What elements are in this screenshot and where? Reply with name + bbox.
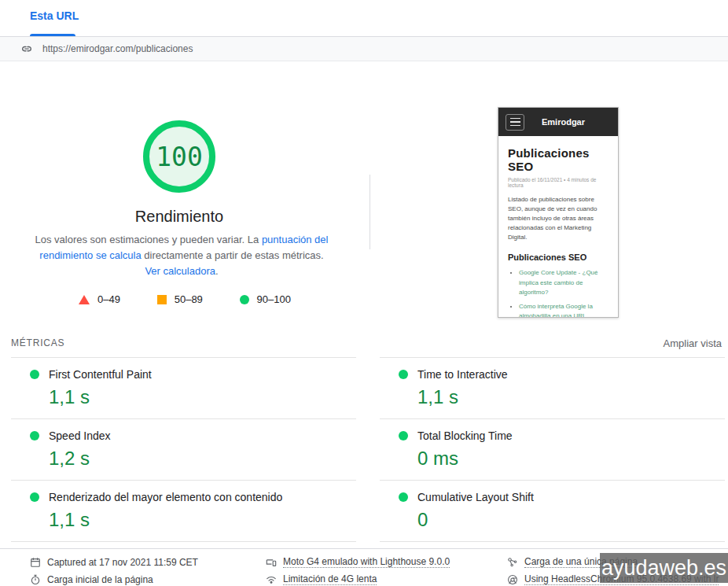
link-icon: [20, 42, 33, 55]
hamburger-menu-icon: [506, 114, 524, 131]
legend-pass: 90–100: [240, 293, 291, 305]
legend-fail: 0–49: [79, 293, 120, 305]
performance-gauge[interactable]: 100: [143, 120, 215, 193]
metric-first-contentful-paint: First Contentful Paint 1,1 s: [11, 357, 356, 419]
legend-fail-label: 0–49: [97, 293, 120, 305]
metric-value: 1,1 s: [49, 509, 356, 531]
pass-dot-icon: [30, 370, 39, 379]
stopwatch-icon: [30, 574, 41, 585]
legend-average: 50–89: [157, 293, 203, 305]
metric-label: Renderizado del mayor elemento con conte…: [49, 491, 282, 503]
desc-text-1: Los valores son estimaciones y pueden va…: [35, 234, 262, 245]
metric-label: Time to Interactive: [417, 368, 508, 381]
preview-intro-paragraph: Listado de publicaciones sobre SEO, aunq…: [508, 195, 609, 242]
metric-label: Total Blocking Time: [417, 429, 513, 442]
pass-dot-icon: [30, 431, 39, 440]
pass-circle-icon: [240, 295, 249, 304]
metric-value: 1,1 s: [417, 386, 725, 408]
metrics-grid: First Contentful Paint 1,1 s Speed Index…: [11, 357, 725, 542]
calendar-icon: [30, 557, 41, 568]
tab-esta-url[interactable]: Esta URL: [30, 9, 79, 22]
metric-label: First Contentful Paint: [49, 368, 152, 381]
metric-cumulative-layout-shift: Cumulative Layout Shift 0: [380, 481, 725, 542]
average-square-icon: [157, 295, 167, 304]
list-item: Cómo interpreta Google la almohadilla en…: [519, 302, 609, 319]
preview-site-title: Emirodgar: [542, 117, 585, 127]
url-bar: https://emirodgar.com/publicaciones: [0, 37, 728, 61]
summary-section: 100 Rendimiento Los valores son estimaci…: [0, 61, 728, 334]
devices-icon: [266, 557, 277, 568]
metrics-header: MÉTRICAS Ampliar vista: [0, 334, 728, 357]
tab-bar: Esta URL: [0, 0, 728, 37]
vertical-divider: [370, 175, 370, 249]
calculator-link[interactable]: Ver calculadora: [145, 265, 215, 277]
pass-dot-icon: [399, 492, 408, 502]
preview-link-list: Google Core Update - ¿Qué implica este c…: [519, 268, 609, 318]
metric-total-blocking-time: Total Blocking Time 0 ms: [380, 419, 725, 481]
watermark: ayudaweb.es: [600, 553, 728, 583]
throttling-setting[interactable]: Limitación de 4G lenta: [266, 573, 507, 585]
pass-dot-icon: [399, 370, 408, 379]
performance-score: 100: [156, 142, 203, 172]
desc-text-2: directamente a partir de estas métricas.: [142, 249, 324, 261]
page-screenshot-thumbnail[interactable]: Emirodgar Publicaciones SEO Publicado el…: [498, 107, 619, 318]
preview-heading: Publicaciones SEO: [508, 146, 609, 173]
list-item: Google Core Update - ¿Qué implica este c…: [519, 268, 609, 298]
score-legend: 0–49 50–89 90–100: [79, 293, 291, 305]
tab-active-underline: [30, 34, 75, 36]
desc-text-3: .: [215, 265, 219, 277]
metric-speed-index: Speed Index 1,2 s: [11, 419, 356, 481]
initial-page-load: Carga inicial de la página: [30, 573, 266, 585]
preview-content: Publicaciones SEO Publicado el 16/11/202…: [498, 136, 618, 318]
preview-subheading: Publicaciones SEO: [508, 252, 609, 262]
expand-view-button[interactable]: Ampliar vista: [664, 337, 722, 349]
metric-value: 1,2 s: [49, 448, 356, 470]
signal-icon: [266, 574, 277, 585]
metric-label: Speed Index: [49, 429, 111, 442]
legend-pass-label: 90–100: [257, 293, 291, 305]
performance-label: Rendimiento: [101, 208, 258, 226]
metric-value: 0 ms: [417, 448, 725, 470]
score-description: Los valores son estimaciones y pueden va…: [33, 232, 330, 279]
metric-value: 1,1 s: [49, 386, 356, 408]
metrics-section-title: MÉTRICAS: [11, 337, 64, 348]
preview-site-header: Emirodgar: [498, 108, 618, 136]
legend-average-label: 50–89: [175, 293, 203, 305]
nodes-icon: [507, 557, 518, 568]
pass-dot-icon: [30, 492, 39, 502]
preview-post-link: Cómo interpreta Google la almohadilla en…: [519, 303, 593, 319]
capture-time: Captured at 17 nov 2021 11:59 CET: [30, 556, 266, 568]
fail-triangle-icon: [79, 295, 90, 304]
metric-largest-contentful-paint: Renderizado del mayor elemento con conte…: [11, 481, 356, 542]
preview-post-link: Google Core Update - ¿Qué implica este c…: [519, 269, 598, 296]
preview-post-meta: Publicado el 16/11/2021 • 4 minutos de l…: [508, 177, 609, 188]
metric-label: Cumulative Layout Shift: [417, 491, 534, 503]
chrome-icon: [507, 574, 518, 585]
analyzed-url[interactable]: https://emirodgar.com/publicaciones: [42, 43, 193, 54]
pass-dot-icon: [399, 431, 408, 440]
emulated-device[interactable]: Moto G4 emulado with Lighthouse 9.0.0: [266, 556, 507, 568]
metric-value: 0: [417, 509, 725, 531]
metric-time-to-interactive: Time to Interactive 1,1 s: [380, 357, 725, 419]
